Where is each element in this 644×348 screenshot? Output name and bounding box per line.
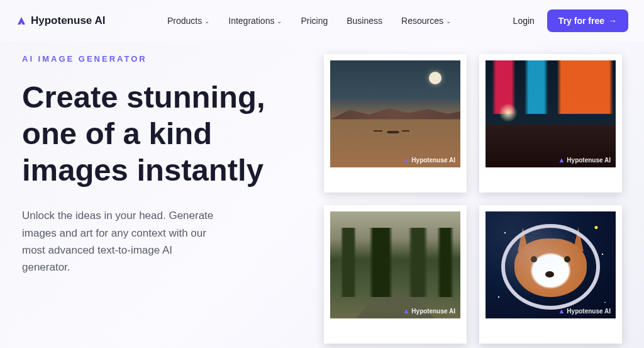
nav-label: Integrations <box>228 16 274 26</box>
image-watermark: ▲ Hypotenuse AI <box>402 307 455 315</box>
brand-logo[interactable]: Hypotenuse AI <box>16 14 105 27</box>
watermark-logo-icon: ▲ <box>402 156 409 164</box>
chevron-down-icon: ⌄ <box>277 18 282 25</box>
hero-content: AI IMAGE GENERATOR Create stunning, one … <box>22 54 299 344</box>
nav-label: Resources <box>401 16 443 26</box>
nav-label: Business <box>347 16 382 26</box>
header-actions: Login Try for free → <box>513 9 628 32</box>
watermark-text: Hypotenuse AI <box>567 308 611 315</box>
helmet-shape <box>501 224 600 310</box>
nav-integrations[interactable]: Integrations ⌄ <box>228 16 282 26</box>
image-watermark: ▲ Hypotenuse AI <box>402 156 455 164</box>
watermark-text: Hypotenuse AI <box>411 308 455 315</box>
rocks-shape <box>363 125 413 137</box>
watermark-text: Hypotenuse AI <box>567 157 611 164</box>
gallery-card: ▲ Hypotenuse AI <box>479 54 622 193</box>
hero-subtext: Unlock the ideas in your head. Generate … <box>22 207 217 276</box>
nav-pricing[interactable]: Pricing <box>301 16 328 26</box>
watermark-text: Hypotenuse AI <box>411 157 455 164</box>
mountain-shape <box>330 104 460 120</box>
gallery-card: ▲ Hypotenuse AI <box>324 205 467 344</box>
image-watermark: ▲ Hypotenuse AI <box>558 307 611 315</box>
nav-products[interactable]: Products ⌄ <box>167 16 209 26</box>
nav-label: Pricing <box>301 16 328 26</box>
cta-label: Try for free <box>558 16 604 26</box>
nav-label: Products <box>167 16 202 26</box>
trees-shape <box>330 228 460 298</box>
generated-image-corgi: ▲ Hypotenuse AI <box>486 211 616 318</box>
nav-business[interactable]: Business <box>347 16 382 26</box>
main-content: AI IMAGE GENERATOR Create stunning, one … <box>0 42 644 348</box>
chevron-down-icon: ⌄ <box>204 18 209 25</box>
image-gallery: ▲ Hypotenuse AI ▲ Hypotenuse AI <box>324 54 622 344</box>
brand-name: Hypotenuse AI <box>31 14 105 27</box>
glow-shape <box>499 103 518 122</box>
try-free-button[interactable]: Try for free → <box>547 9 628 32</box>
main-nav: Products ⌄ Integrations ⌄ Pricing Busine… <box>167 16 451 26</box>
watermark-logo-icon: ▲ <box>558 156 565 164</box>
gallery-card: ▲ Hypotenuse AI <box>479 205 622 344</box>
site-header: Hypotenuse AI Products ⌄ Integrations ⌄ … <box>0 0 644 42</box>
chevron-down-icon: ⌄ <box>446 18 451 25</box>
arrow-right-icon: → <box>608 16 617 26</box>
hero-eyebrow: AI IMAGE GENERATOR <box>22 54 299 64</box>
logo-icon <box>16 15 27 26</box>
moon-icon <box>429 72 441 84</box>
nav-resources[interactable]: Resources ⌄ <box>401 16 451 26</box>
hero-headline: Create stunning, one of a kind images in… <box>22 79 299 188</box>
login-link[interactable]: Login <box>513 16 535 26</box>
generated-image-neon: ▲ Hypotenuse AI <box>486 60 616 167</box>
generated-image-desert: ▲ Hypotenuse AI <box>330 60 460 167</box>
image-watermark: ▲ Hypotenuse AI <box>558 156 611 164</box>
gallery-card: ▲ Hypotenuse AI <box>324 54 467 193</box>
watermark-logo-icon: ▲ <box>402 307 409 315</box>
watermark-logo-icon: ▲ <box>558 307 565 315</box>
generated-image-forest: ▲ Hypotenuse AI <box>330 211 460 318</box>
